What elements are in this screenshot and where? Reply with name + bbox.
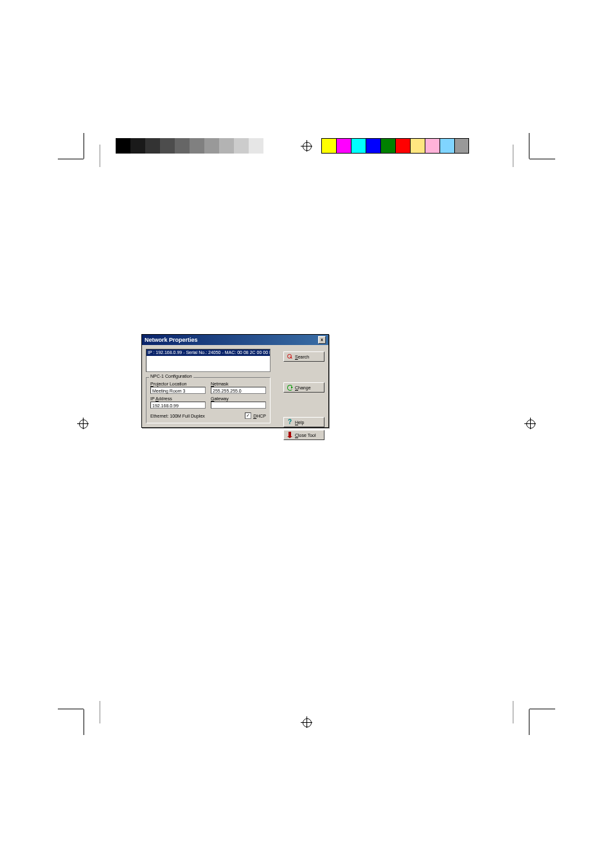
- registration-mark: [524, 418, 536, 429]
- registration-mark: [301, 140, 312, 152]
- grayscale-swatch: [116, 138, 130, 154]
- search-button[interactable]: Search: [283, 351, 324, 362]
- netmask-field[interactable]: 255.255.255.0: [211, 387, 266, 394]
- color-swatch: [395, 138, 410, 154]
- gateway-field[interactable]: [211, 402, 266, 409]
- change-button-rest: hange: [298, 385, 310, 390]
- device-list-item-selected[interactable]: IP : 192.168.0.99 - Serial No.: 24050 - …: [147, 350, 270, 356]
- network-properties-dialog: Network Properties x IP : 192.168.0.99 -…: [141, 334, 329, 428]
- guide-line: [100, 145, 100, 167]
- crop-mark: [529, 133, 529, 159]
- grayscale-swatch: [130, 138, 145, 154]
- projector-location-field[interactable]: Meeting Room 3: [150, 387, 206, 394]
- change-button[interactable]: Change: [283, 382, 324, 393]
- help-button-rest: elp: [298, 420, 304, 425]
- help-icon: ?: [287, 419, 293, 425]
- search-button-rest: earch: [298, 355, 310, 359]
- help-button[interactable]: ? Help: [283, 417, 324, 427]
- dhcp-label: DHCP: [253, 414, 266, 418]
- close-icon[interactable]: x: [318, 336, 326, 344]
- fieldset-legend: NPC-1 Configuration: [149, 374, 193, 378]
- grayscale-swatch: [263, 138, 278, 154]
- crop-mark: [529, 159, 555, 159]
- guide-line: [100, 701, 100, 723]
- grayscale-swatch: [175, 138, 190, 154]
- device-listbox[interactable]: IP : 192.168.0.99 - Serial No.: 24050 - …: [146, 349, 271, 372]
- title-bar[interactable]: Network Properties x: [142, 335, 328, 345]
- color-swatch: [410, 138, 425, 154]
- registration-mark: [77, 418, 89, 429]
- color-swatch: [440, 138, 454, 154]
- grayscale-calibration-bar: [116, 138, 278, 154]
- color-swatch: [366, 138, 380, 154]
- ip-address-label: IP Address: [150, 396, 206, 401]
- checkbox-icon: ✓: [245, 412, 251, 419]
- registration-mark: [301, 716, 312, 728]
- grayscale-swatch: [145, 138, 160, 154]
- search-icon: [287, 353, 293, 360]
- color-swatch: [336, 138, 351, 154]
- dhcp-checkbox[interactable]: ✓ DHCP: [245, 412, 266, 419]
- projector-location-label: Projector Location: [150, 382, 206, 386]
- grayscale-swatch: [234, 138, 249, 154]
- gateway-label: Gateway: [211, 396, 266, 401]
- crop-mark: [529, 709, 529, 735]
- close-button-rest: lose Tool: [298, 433, 316, 438]
- grayscale-swatch: [219, 138, 234, 154]
- crop-mark: [58, 159, 84, 159]
- ip-address-field[interactable]: 192.168.0.99: [150, 402, 206, 409]
- grayscale-swatch: [190, 138, 204, 154]
- npc1-configuration-group: NPC-1 Configuration Projector Location M…: [146, 377, 271, 423]
- crop-mark: [529, 709, 555, 709]
- refresh-icon: [287, 384, 293, 391]
- guide-line: [513, 145, 513, 167]
- color-swatch: [425, 138, 440, 154]
- crop-mark: [84, 133, 84, 159]
- grayscale-swatch: [204, 138, 219, 154]
- grayscale-swatch: [249, 138, 263, 154]
- color-swatch: [321, 138, 336, 154]
- netmask-label: Netmask: [211, 382, 266, 386]
- color-swatch: [351, 138, 366, 154]
- crop-mark: [58, 709, 84, 709]
- color-swatch: [380, 138, 395, 154]
- close-tool-button[interactable]: Close Tool: [283, 430, 324, 440]
- grayscale-swatch: [160, 138, 175, 154]
- color-calibration-bar: [321, 138, 469, 154]
- window-title: Network Properties: [145, 337, 198, 343]
- exit-icon: [287, 432, 293, 438]
- crop-mark: [84, 709, 84, 735]
- color-swatch: [454, 138, 469, 154]
- guide-line: [513, 701, 513, 723]
- ethernet-status: Ethernet: 100M Full Duplex: [150, 414, 205, 418]
